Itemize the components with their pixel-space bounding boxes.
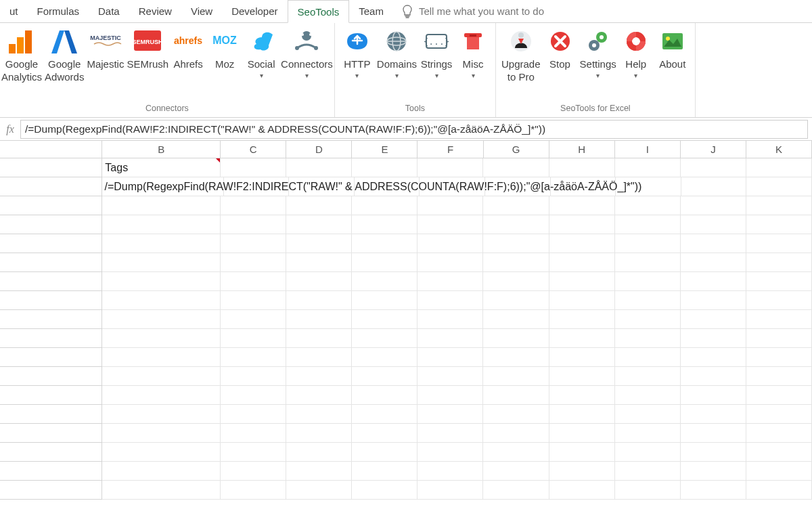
cell[interactable] [681, 405, 746, 424]
social-button[interactable]: Social ▾ [243, 26, 279, 79]
fx-icon[interactable]: fx [0, 123, 20, 135]
row-header[interactable] [0, 310, 102, 329]
cell[interactable] [483, 443, 549, 462]
cell[interactable] [352, 443, 418, 462]
cell[interactable] [221, 405, 286, 424]
cell[interactable] [352, 253, 418, 272]
cell[interactable] [418, 367, 483, 386]
cell[interactable] [483, 272, 549, 291]
cell[interactable] [286, 424, 352, 443]
row-header[interactable] [0, 329, 102, 348]
tab-view[interactable]: View [181, 0, 222, 23]
cell[interactable] [681, 215, 746, 234]
cell[interactable] [352, 405, 418, 424]
col-header-G[interactable]: G [484, 141, 549, 158]
cell[interactable] [681, 329, 746, 348]
cell[interactable] [746, 386, 812, 405]
cell[interactable] [418, 386, 483, 405]
col-header-D[interactable]: D [286, 141, 352, 158]
cell[interactable] [352, 348, 418, 367]
cell[interactable] [615, 253, 681, 272]
row-header[interactable] [0, 348, 102, 367]
cell[interactable] [221, 348, 286, 367]
cell[interactable] [221, 196, 286, 215]
cell[interactable] [615, 310, 681, 329]
formula-input[interactable]: /=Dump(RegexpFind(RAW!F2:INDIRECT("RAW!"… [20, 120, 808, 139]
cell[interactable] [102, 196, 221, 215]
majestic-button[interactable]: MAJESTIC Majestic [85, 26, 125, 71]
cell[interactable] [418, 291, 483, 310]
cell[interactable] [681, 348, 746, 367]
cell[interactable] [352, 215, 418, 234]
cell[interactable] [746, 253, 812, 272]
cell[interactable] [418, 158, 483, 177]
cell[interactable] [746, 272, 812, 291]
cell[interactable] [102, 443, 221, 462]
cell[interactable] [286, 253, 352, 272]
cell[interactable] [549, 215, 615, 234]
row-header[interactable] [0, 367, 102, 386]
cell[interactable] [286, 291, 352, 310]
cell[interactable] [418, 443, 483, 462]
cell[interactable] [418, 481, 483, 500]
tab-review[interactable]: Review [129, 0, 181, 23]
spreadsheet-grid[interactable]: B C D E F G H I J K Tags/=Dump(RegexpFin… [0, 141, 812, 500]
cell[interactable] [549, 291, 615, 310]
row-header[interactable] [0, 291, 102, 310]
cell[interactable] [221, 462, 286, 481]
cell[interactable] [483, 253, 549, 272]
cell[interactable] [418, 253, 483, 272]
cell[interactable] [615, 196, 681, 215]
cell[interactable] [615, 443, 681, 462]
cell[interactable] [681, 291, 746, 310]
cell[interactable] [746, 443, 812, 462]
cell[interactable] [549, 462, 615, 481]
cell[interactable] [746, 462, 812, 481]
cell[interactable] [746, 196, 812, 215]
cell[interactable] [102, 234, 221, 253]
cell[interactable] [615, 215, 681, 234]
cell[interactable] [483, 291, 549, 310]
cell[interactable] [615, 386, 681, 405]
cell[interactable] [221, 367, 286, 386]
cell[interactable] [352, 234, 418, 253]
row-header[interactable] [0, 443, 102, 462]
cell[interactable] [681, 177, 747, 196]
cell[interactable] [681, 481, 746, 500]
cell[interactable] [615, 158, 681, 177]
google-adwords-button[interactable]: Google Adwords [43, 26, 85, 84]
cell[interactable] [549, 253, 615, 272]
cell[interactable] [418, 424, 483, 443]
col-header-E[interactable]: E [352, 141, 418, 158]
cell[interactable] [681, 443, 746, 462]
row-header[interactable] [0, 177, 102, 196]
cell[interactable] [221, 481, 286, 500]
cell[interactable] [746, 367, 812, 386]
settings-button[interactable]: Settings ▾ [579, 26, 618, 79]
misc-button[interactable]: Misc ▾ [455, 26, 491, 79]
cell[interactable] [549, 367, 615, 386]
cell[interactable] [681, 386, 746, 405]
cell[interactable] [102, 272, 221, 291]
cell[interactable] [418, 348, 483, 367]
cell[interactable] [549, 272, 615, 291]
cell[interactable] [549, 196, 615, 215]
cell[interactable] [221, 329, 286, 348]
col-header-H[interactable]: H [549, 141, 615, 158]
cell[interactable] [418, 234, 483, 253]
cell[interactable] [615, 348, 681, 367]
about-button[interactable]: About [654, 26, 691, 71]
cell[interactable] [418, 462, 483, 481]
cell[interactable] [286, 234, 352, 253]
tab-cut[interactable]: ut [0, 0, 28, 23]
cell[interactable] [483, 234, 549, 253]
tab-data[interactable]: Data [89, 0, 129, 23]
upgrade-button[interactable]: Upgrade to Pro [500, 26, 542, 84]
cell[interactable] [286, 348, 352, 367]
cell[interactable] [615, 424, 681, 443]
cell[interactable] [352, 386, 418, 405]
cell[interactable] [102, 462, 221, 481]
cell[interactable] [483, 310, 549, 329]
cell[interactable] [221, 158, 286, 177]
cell[interactable] [483, 481, 549, 500]
